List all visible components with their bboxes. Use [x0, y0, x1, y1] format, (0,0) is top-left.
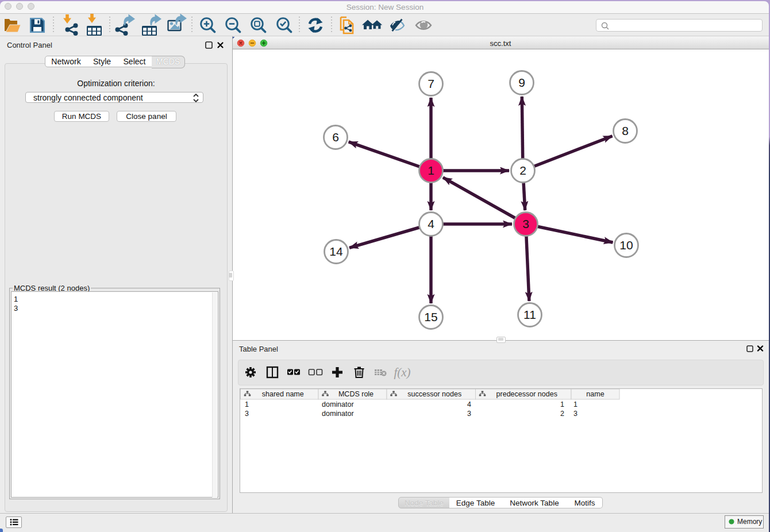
- svg-text:predecessor nodes: predecessor nodes: [496, 390, 557, 398]
- svg-text:name: name: [586, 390, 604, 398]
- svg-text:4: 4: [428, 217, 434, 230]
- svg-text:7: 7: [428, 77, 434, 90]
- svg-text:3: 3: [573, 410, 578, 418]
- svg-text:shared name: shared name: [262, 390, 304, 398]
- svg-text:2: 2: [519, 164, 526, 177]
- svg-text:1: 1: [245, 400, 249, 408]
- svg-text:14: 14: [329, 245, 343, 258]
- svg-text:10: 10: [619, 238, 633, 252]
- svg-text:1: 1: [560, 400, 564, 408]
- svg-text:1: 1: [573, 400, 578, 408]
- svg-text:3: 3: [467, 410, 471, 418]
- svg-text:11: 11: [523, 308, 536, 321]
- svg-text:3: 3: [245, 410, 249, 418]
- svg-text:dominator: dominator: [322, 410, 354, 418]
- svg-text:15: 15: [424, 310, 437, 323]
- svg-text:1: 1: [428, 164, 434, 177]
- svg-text:8: 8: [622, 124, 629, 137]
- svg-text:3: 3: [522, 217, 529, 230]
- svg-text:f(x): f(x): [394, 365, 410, 379]
- svg-text:4: 4: [467, 400, 471, 408]
- svg-text:9: 9: [518, 76, 525, 89]
- svg-text:dominator: dominator: [322, 400, 354, 408]
- svg-text:6: 6: [332, 130, 339, 144]
- svg-text:2: 2: [560, 410, 564, 418]
- svg-text:MCDS role: MCDS role: [338, 390, 374, 398]
- svg-text:successor nodes: successor nodes: [407, 390, 461, 398]
